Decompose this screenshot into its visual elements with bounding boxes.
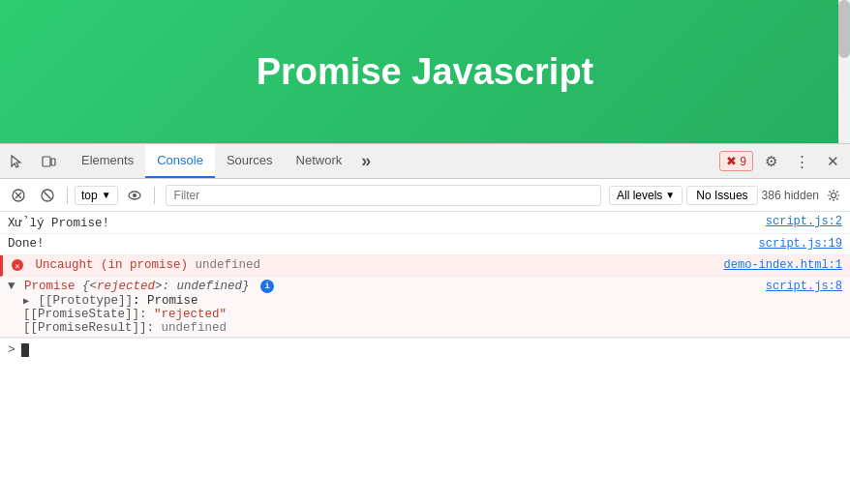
promise-result-line: [[PromiseResult]]: undefined — [23, 321, 227, 335]
console-text-1: Xử lý Promise! — [8, 215, 109, 230]
scrollbar-track[interactable] — [838, 0, 850, 143]
console-link-1[interactable]: script.js:2 — [766, 215, 842, 228]
device-icon — [41, 154, 56, 169]
toolbar-divider-2 — [154, 187, 155, 204]
promise-tree-section: ▼ Promise {<rejected>: undefined} i scri… — [0, 277, 850, 338]
console-error-text: ✕ Uncaught (in promise) undefined — [11, 258, 260, 272]
promise-tree-link[interactable]: script.js:8 — [766, 280, 842, 293]
console-output: Xử lý Promise! script.js:2 Done! script.… — [0, 212, 850, 504]
context-selector[interactable]: top ▼ — [75, 186, 118, 205]
console-line-1: Xử lý Promise! script.js:2 — [0, 212, 850, 234]
cursor-icon — [10, 154, 25, 169]
info-icon[interactable]: i — [260, 280, 274, 293]
clear-icon — [11, 188, 26, 203]
svg-point-9 — [832, 193, 836, 197]
promise-tree-label: ▼ Promise {<rejected>: undefined} i — [8, 280, 274, 293]
chevron-down-icon-2: ▼ — [665, 190, 675, 200]
tabs-container: Elements Console Sources Network » — [70, 144, 719, 178]
console-line-2: Done! script.js:19 — [0, 234, 850, 255]
console-toolbar: top ▼ All levels ▼ No Issues 386 hidden — [0, 179, 850, 212]
clear-console-btn[interactable] — [6, 183, 31, 208]
console-line-error: ✕ Uncaught (in promise) undefined demo-i… — [0, 255, 850, 277]
collapse-arrow[interactable]: ▼ — [8, 280, 15, 293]
scrollbar-thumb[interactable] — [838, 0, 850, 58]
svg-rect-1 — [51, 159, 55, 165]
no-issues-btn[interactable]: No Issues — [686, 186, 757, 205]
tabs-right-actions: ✖ 9 ⚙ ⋮ ✕ — [719, 148, 846, 175]
error-badge[interactable]: ✖ 9 — [719, 151, 753, 171]
promise-tree-header: ▼ Promise {<rejected>: undefined} i scri… — [8, 279, 842, 294]
expand-arrow[interactable]: ▶ — [23, 296, 29, 307]
close-devtools-btn[interactable]: ✕ — [819, 148, 846, 175]
gear-icon-sm — [827, 189, 840, 202]
console-link-error[interactable]: demo-index.html:1 — [724, 258, 842, 272]
eye-icon — [127, 188, 142, 203]
tree-indent-2: [[PromiseState]]: "rejected" — [8, 308, 842, 321]
prototype-line: ▶ [[Prototype]]: Promise — [23, 294, 198, 308]
tree-indent-1: ▶ [[Prototype]]: Promise — [8, 294, 842, 308]
eye-btn[interactable] — [122, 183, 147, 208]
svg-point-8 — [133, 193, 137, 197]
svg-text:✕: ✕ — [15, 262, 19, 272]
more-options-btn[interactable]: ⋮ — [788, 148, 815, 175]
tab-network[interactable]: Network — [285, 144, 354, 178]
log-levels-btn[interactable]: All levels ▼ — [609, 186, 683, 205]
page-hero: Promise Javascript — [0, 0, 850, 143]
chevron-down-icon: ▼ — [102, 190, 111, 200]
tab-console[interactable]: Console — [145, 144, 215, 178]
devtools-panel: Elements Console Sources Network » ✖ 9 ⚙ — [0, 143, 850, 504]
tab-elements[interactable]: Elements — [70, 144, 145, 178]
svg-line-6 — [45, 192, 51, 198]
page-title: Promise Javascript — [257, 51, 594, 93]
devtools-tabs-bar: Elements Console Sources Network » ✖ 9 ⚙ — [0, 144, 850, 179]
console-text-2: Done! — [8, 237, 45, 251]
svg-rect-0 — [43, 157, 50, 166]
stop-btn[interactable] — [35, 183, 60, 208]
input-cursor — [21, 343, 29, 357]
console-input-line[interactable]: > — [0, 338, 850, 361]
cursor-icon-btn[interactable] — [4, 148, 31, 175]
stop-icon — [40, 188, 55, 203]
hidden-count: 386 hidden — [762, 189, 819, 202]
toolbar-divider-1 — [67, 187, 68, 204]
devtools-tab-icons — [4, 148, 62, 175]
error-circle-icon: ✕ — [11, 258, 24, 272]
console-settings-btn[interactable] — [823, 185, 844, 206]
error-x-icon: ✖ — [726, 154, 737, 168]
input-prompt: > — [8, 342, 15, 357]
more-tabs-btn[interactable]: » — [353, 151, 379, 171]
tree-indent-3: [[PromiseResult]]: undefined — [8, 321, 842, 335]
device-icon-btn[interactable] — [35, 148, 62, 175]
filter-input[interactable] — [166, 185, 601, 206]
tab-sources[interactable]: Sources — [215, 144, 285, 178]
settings-btn[interactable]: ⚙ — [757, 148, 784, 175]
promise-state-line: [[PromiseState]]: "rejected" — [23, 308, 227, 321]
console-link-2[interactable]: script.js:19 — [759, 237, 842, 251]
